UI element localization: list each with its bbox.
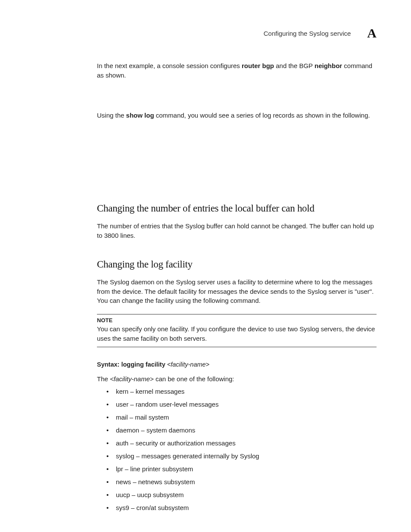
intro-para-1: In the next example, a console session c…: [97, 61, 377, 80]
section-heading-buffer: Changing the number of entries the local…: [97, 202, 377, 215]
syntax-line: Syntax: logging facility <facility-name>: [97, 361, 377, 368]
note-body: You can specify only one facility. If yo…: [97, 324, 377, 343]
list-item: sys9 – cron/at subsystem: [106, 503, 377, 512]
heading-text: Changing the number of entries the local…: [97, 203, 314, 214]
syntax-prefix: Syntax: logging facility: [97, 361, 167, 368]
list-item: uucp – uucp subsystem: [106, 490, 377, 499]
list-item: syslog – messages generated internally b…: [106, 451, 377, 460]
page-header: Configuring the Syslog service A: [97, 26, 377, 40]
text: and the BGP: [274, 62, 314, 69]
note-block: NOTE You can specify only one facility. …: [97, 314, 377, 347]
list-item: lpr – line printer subsystem: [106, 464, 377, 473]
header-title: Configuring the Syslog service: [264, 30, 351, 37]
list-item: user – random user-level messages: [106, 400, 377, 409]
list-item: daemon – system daemons: [106, 426, 377, 435]
text: In the next example, a console session c…: [97, 62, 242, 69]
bold-text: neighbor: [314, 62, 342, 69]
list-item: mail – mail system: [106, 413, 377, 422]
section-heading-facility: Changing the log facility: [97, 258, 377, 271]
spacer: [97, 128, 377, 202]
facility-intro: The <facility-name> can be one of the fo…: [97, 374, 377, 384]
text: command, you would see a series of log r…: [154, 112, 370, 119]
text: can be one of the following:: [154, 375, 234, 383]
appendix-letter: A: [367, 26, 377, 40]
text: The: [97, 375, 110, 383]
bold-text: show log: [126, 112, 154, 119]
italic-text: <facility-name>: [110, 375, 154, 383]
list-item: news – netnews subsystem: [106, 477, 377, 486]
spacer: [97, 89, 377, 104]
section1-body: The number of entries that the Syslog bu…: [97, 221, 377, 240]
section2-body: The Syslog daemon on the Syslog server u…: [97, 277, 377, 305]
syntax-arg: <facility-name>: [167, 361, 209, 368]
text: Using the: [97, 112, 126, 119]
bold-text: router bgp: [242, 62, 274, 69]
note-label: NOTE: [97, 317, 377, 324]
page-content: Configuring the Syslog service A In the …: [0, 0, 411, 532]
intro-para-2: Using the show log command, you would se…: [97, 111, 377, 120]
facility-list: kern – kernel messages user – random use…: [106, 387, 377, 512]
list-item: auth – security or authorization message…: [106, 439, 377, 448]
list-item: kern – kernel messages: [106, 387, 377, 396]
